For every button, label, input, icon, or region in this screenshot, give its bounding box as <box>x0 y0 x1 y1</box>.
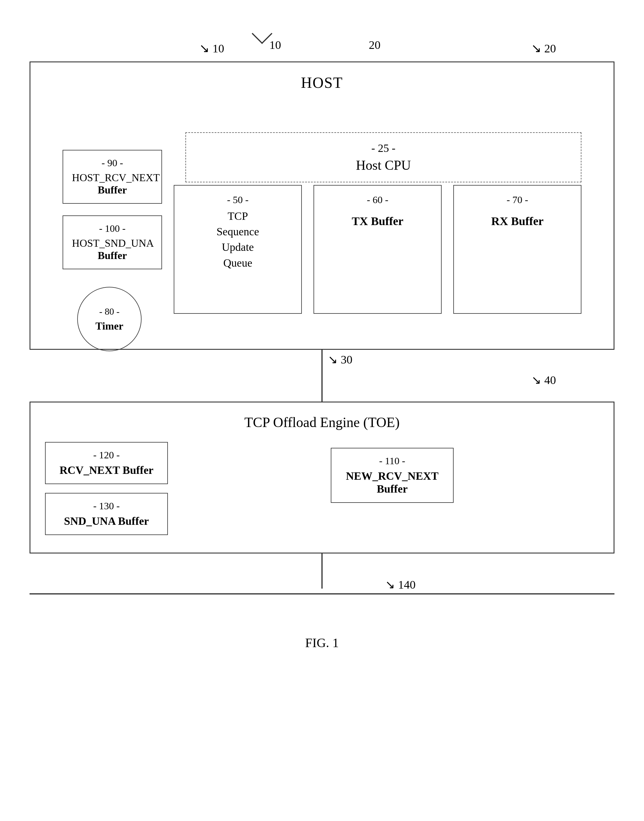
rcv-next-line2: Buffer <box>72 184 153 196</box>
rx-num: - 70 - <box>506 194 528 206</box>
new-rcv-next-line1: NEW_RCV_NEXT <box>340 469 444 482</box>
host-cpu-box: - 25 - Host CPU <box>186 132 581 182</box>
tcp-seq-line1: TCP <box>216 208 259 224</box>
tx-label: TX Buffer <box>352 214 403 228</box>
rx-label: RX Buffer <box>491 214 544 228</box>
bottom-horizontal-line <box>29 593 615 595</box>
connector-vertical-line <box>321 350 323 403</box>
ref-40-label: ↘ 40 <box>531 373 556 387</box>
host-snd-una-box: - 100 - HOST_SND_UNA Buffer <box>63 215 162 269</box>
fig-label: FIG. 1 <box>29 635 615 650</box>
ref-140-label: ↘ 140 <box>385 578 416 592</box>
ref-30-label: ↘ 30 <box>328 353 353 366</box>
rcv-next-line1: HOST_RCV_NEXT <box>72 172 153 184</box>
tx-buffer-box: - 60 - TX Buffer <box>314 185 442 314</box>
rcv-next-toe-num: - 120 - <box>54 450 158 461</box>
rx-buffer-box: - 70 - RX Buffer <box>453 185 581 314</box>
tcp-seq-line3: Update <box>216 240 259 255</box>
ref20-label: ↘ 20 <box>531 41 556 55</box>
host-internals: - 25 - Host CPU - 90 - HOST_RCV_NEXT Buf… <box>45 103 599 331</box>
new-rcv-next-num: - 110 - <box>340 455 444 467</box>
tcp-seq-line4: Queue <box>216 255 259 271</box>
bottom-vertical-line <box>321 553 323 589</box>
timer-num: - 80 - <box>99 306 119 317</box>
toe-box: TCP Offload Engine (TOE) - 120 - RCV_NEX… <box>29 401 615 553</box>
host-cpu-label: Host CPU <box>204 157 563 173</box>
host-cpu-num: - 25 - <box>204 141 563 155</box>
host-title: HOST <box>45 74 599 91</box>
rcv-next-num: - 90 - <box>72 157 153 169</box>
snd-una-toe-num: - 130 - <box>54 501 158 512</box>
snd-una-line2: Buffer <box>72 249 153 262</box>
rcv-next-toe-box: - 120 - RCV_NEXT Buffer <box>45 442 168 484</box>
rcv-next-toe-label: RCV_NEXT Buffer <box>54 464 158 477</box>
tcp-seq-box: - 50 - TCP Sequence Update Queue <box>174 185 302 314</box>
page-container: 10 20 ↘ 10 ↘ 20 HOST - 25 - Host CPU <box>29 0 615 668</box>
toe-title: TCP Offload Engine (TOE) <box>45 414 599 430</box>
timer-circle: - 80 - Timer <box>77 287 141 351</box>
tcp-seq-num: - 50 - <box>227 194 248 206</box>
inner-boxes-row: - 50 - TCP Sequence Update Queue - 60 - … <box>174 185 581 314</box>
toe-inner-layout: - 120 - RCV_NEXT Buffer - 130 - SND_UNA … <box>45 442 599 535</box>
snd-una-line1: HOST_SND_UNA <box>72 237 153 249</box>
snd-una-toe-box: - 130 - SND_UNA Buffer <box>45 493 168 535</box>
snd-una-num: - 100 - <box>72 223 153 234</box>
snd-una-toe-label: SND_UNA Buffer <box>54 515 158 527</box>
connector-area: ↘ 30 ↘ 40 <box>29 350 615 403</box>
toe-left-col: - 120 - RCV_NEXT Buffer - 130 - SND_UNA … <box>45 442 313 535</box>
bottom-section: ↘ 140 <box>29 553 615 612</box>
host-box: HOST - 25 - Host CPU - 90 - HOST_RCV_NEX… <box>29 61 615 350</box>
new-rcv-next-box: - 110 - NEW_RCV_NEXT Buffer <box>331 448 454 503</box>
new-rcv-next-line2: Buffer <box>340 482 444 495</box>
toe-right-col: - 110 - NEW_RCV_NEXT Buffer <box>331 442 599 535</box>
ref10-label: ↘ 10 <box>199 41 224 55</box>
tx-num: - 60 - <box>367 194 388 206</box>
timer-label: Timer <box>95 320 123 332</box>
host-rcv-next-box: - 90 - HOST_RCV_NEXT Buffer <box>63 150 162 204</box>
left-column: - 90 - HOST_RCV_NEXT Buffer - 100 - HOST… <box>63 150 162 351</box>
tcp-seq-line2: Sequence <box>216 224 259 240</box>
